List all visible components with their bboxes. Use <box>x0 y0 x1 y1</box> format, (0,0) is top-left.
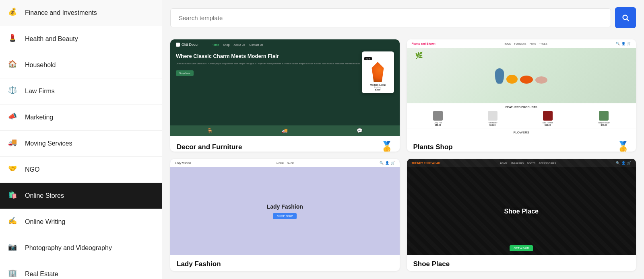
sidebar-item-label-ngo: NGO <box>25 166 39 173</box>
shoes-brand: TRENDY FOOTWEAR <box>412 162 440 164</box>
sidebar-item-finance[interactable]: 💰Finance and Investments <box>0 0 162 26</box>
user-icon: 👤 <box>385 161 389 165</box>
marketing-icon: 📣 <box>8 112 19 123</box>
decor-logo: Olitt Decor <box>176 43 199 47</box>
shoes-content: Shoe Place GET A PAIR <box>407 167 636 255</box>
plant-leaf-icon: 🌿 <box>415 51 423 59</box>
decor-preview-inner: Olitt Decor Home Shop About Us Contact U… <box>170 39 400 136</box>
sidebar-item-label-marketing: Marketing <box>25 114 53 121</box>
fashion-content: Lady Fashion SHOP NOW <box>170 167 400 255</box>
decor-cta-button[interactable]: Shop Now <box>176 70 194 76</box>
vase-orange <box>520 76 533 84</box>
sidebar-item-marketing[interactable]: 📣Marketing <box>0 105 162 131</box>
decor-nav-about: About Us <box>234 43 246 46</box>
sidebar: 💰Finance and Investments💄Health and Beau… <box>0 0 162 279</box>
plants-featured-title: FEATURED PRODUCTS <box>412 106 632 109</box>
sidebar-item-real-estate[interactable]: 🏢Real Estate <box>0 261 162 279</box>
search-icon: 🔍 <box>616 161 620 165</box>
writing-icon: ✍️ <box>8 216 19 228</box>
shoes-cta-button[interactable]: GET A PAIR <box>510 245 533 251</box>
search-icon: 🔍 <box>616 42 620 45</box>
sidebar-item-label-health: Health and Beauty <box>25 35 78 43</box>
decor-footer-icon1: 🪑 <box>207 128 213 133</box>
search-icon: 🔍 <box>380 161 384 165</box>
template-card-plants[interactable]: Plants and Bloom HOME FLOWERS POTS TREES… <box>407 39 636 152</box>
plants-nav-pots: POTS <box>529 43 536 45</box>
plants-preview-inner: Plants and Bloom HOME FLOWERS POTS TREES… <box>407 39 636 136</box>
sidebar-item-label-online-stores: Online Stores <box>25 192 64 199</box>
decor-card-footer: Decor and Furniture 🥇 <box>170 136 400 152</box>
template-card-shoes[interactable]: TRENDY FOOTWEAR HOME SNEAKERS BOOTS ACCE… <box>407 159 636 271</box>
shoes-nav-boots: BOOTS <box>527 162 535 164</box>
pot-gray <box>433 111 443 121</box>
fashion-nav: Lady fashion HOME SHOP 🔍 👤 🛒 <box>170 159 400 167</box>
template-preview-plants: Plants and Bloom HOME FLOWERS POTS TREES… <box>407 39 636 136</box>
pot-price-2: $15.00 <box>488 124 497 126</box>
health-icon: 💄 <box>8 33 19 45</box>
search-input-wrapper <box>170 8 611 27</box>
shoes-card-title: Shoe Place <box>413 260 450 268</box>
shoes-nav-home: HOME <box>500 162 507 164</box>
plants-nav-home: HOME <box>504 43 511 45</box>
moving-icon: 🚚 <box>8 138 19 149</box>
fashion-nav-links: HOME SHOP <box>277 162 294 164</box>
shoes-preview-inner: TRENDY FOOTWEAR HOME SNEAKERS BOOTS ACCE… <box>407 159 636 255</box>
decor-nav-home: Home <box>212 43 219 46</box>
sidebar-item-online-stores[interactable]: 🛍️Online Stores <box>0 183 162 209</box>
fashion-card-title: Lady Fashion <box>177 260 221 268</box>
sidebar-item-label-real-estate: Real Estate <box>25 271 58 278</box>
plant-product-3: Red Flower $15.00 <box>543 111 553 126</box>
decor-footer-icon2: 🚚 <box>282 128 288 133</box>
plants-featured-section: FEATURED PRODUCTS Gray Pot $40.00 Pot Ho… <box>407 103 636 129</box>
sidebar-item-health[interactable]: 💄Health and Beauty <box>0 26 162 52</box>
plants-products-row: Gray Pot $40.00 Pot Holder $15.00 Red Fl… <box>412 111 632 126</box>
sidebar-item-household[interactable]: 🏠Household <box>0 52 162 78</box>
template-preview-decor: Olitt Decor Home Shop About Us Contact U… <box>170 39 400 136</box>
shoes-card-footer: Shoe Place <box>407 255 636 271</box>
sidebar-item-label-online-writing: Online Writing <box>25 218 65 226</box>
search-input[interactable] <box>170 8 611 27</box>
plants-nav: Plants and Bloom HOME FLOWERS POTS TREES… <box>407 39 636 48</box>
pot-price-1: $40.00 <box>433 124 443 126</box>
sidebar-item-law[interactable]: ⚖️Law Firms <box>0 78 162 105</box>
vase-yellow <box>506 75 518 84</box>
fashion-nav-home: HOME <box>277 162 284 164</box>
plants-nav-trees: TREES <box>539 43 547 45</box>
law-icon: ⚖️ <box>8 86 19 97</box>
plants-nav-icons: 🔍 👤 🛒 <box>616 42 631 45</box>
fashion-title: Lady Fashion <box>267 203 303 210</box>
decor-footer-icon3: 💬 <box>357 128 363 133</box>
decor-nav-links: Home Shop About Us Contact Us <box>212 43 263 46</box>
shoes-title: Shoe Place <box>504 208 539 215</box>
pot-red <box>543 111 553 121</box>
finance-icon: 💰 <box>8 7 19 18</box>
sidebar-item-label-moving: Moving Services <box>25 140 72 147</box>
fashion-nav-shop: SHOP <box>287 162 294 164</box>
plants-card-title: Plants Shop <box>413 143 453 151</box>
template-card-decor[interactable]: Olitt Decor Home Shop About Us Contact U… <box>170 39 400 152</box>
decor-product-price: $220 <box>364 88 392 91</box>
fashion-cta-button[interactable]: SHOP NOW <box>273 213 297 219</box>
template-card-fashion[interactable]: Lady fashion HOME SHOP 🔍 👤 🛒 Lady Fashio… <box>170 159 400 271</box>
fashion-nav-icons: 🔍 👤 🛒 <box>380 161 395 165</box>
shoes-nav-icons: 🔍 👤 🛒 <box>616 161 631 165</box>
main-content: Olitt Decor Home Shop About Us Contact U… <box>162 0 644 279</box>
template-preview-shoes: TRENDY FOOTWEAR HOME SNEAKERS BOOTS ACCE… <box>407 159 636 255</box>
decor-card-title: Decor and Furniture <box>177 143 242 151</box>
decor-footer: 🪑 🚚 💬 <box>170 125 400 136</box>
fashion-card-footer: Lady Fashion <box>170 255 400 271</box>
sidebar-item-ngo[interactable]: 🤝NGO <box>0 157 162 183</box>
plants-brand: Plants and Bloom <box>412 42 436 45</box>
fashion-brand: Lady fashion <box>175 162 191 164</box>
sidebar-item-online-writing[interactable]: ✍️Online Writing <box>0 209 162 235</box>
plant-product-4: Purple flower $40.00 <box>598 111 610 126</box>
plants-nav-links: HOME FLOWERS POTS TREES <box>504 43 547 45</box>
template-preview-fashion: Lady fashion HOME SHOP 🔍 👤 🛒 Lady Fashio… <box>170 159 400 255</box>
sidebar-item-photography[interactable]: 📷Photography and Videography <box>0 235 162 261</box>
sidebar-item-label-law: Law Firms <box>25 88 55 95</box>
vase-group <box>491 64 551 88</box>
search-button[interactable] <box>615 7 636 28</box>
plant-product-1: Gray Pot $40.00 <box>433 111 443 126</box>
plants-award-badge: 🥇 <box>617 141 630 152</box>
sidebar-item-moving[interactable]: 🚚Moving Services <box>0 131 162 157</box>
